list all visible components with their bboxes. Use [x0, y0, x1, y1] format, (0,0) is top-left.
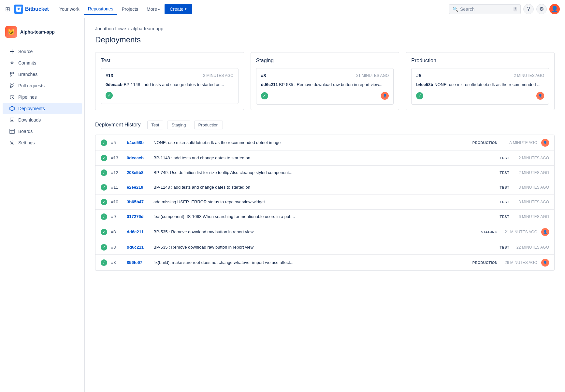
- nav-projects[interactable]: Projects: [118, 4, 142, 14]
- history-row-1-hash: 0deeacb: [127, 155, 150, 160]
- history-row-8-status: ✓: [101, 259, 107, 266]
- search-placeholder: Search: [460, 7, 512, 12]
- history-row-0-avatar: 👤: [541, 139, 549, 147]
- svg-point-10: [13, 84, 14, 85]
- history-row-7-status: ✓: [101, 244, 107, 251]
- sidebar-item-branches-label: Branches: [18, 72, 37, 77]
- history-row-5-num: #9: [111, 214, 123, 219]
- commits-icon: [9, 60, 15, 66]
- env-card-staging-avatar: 👤: [381, 92, 389, 100]
- sidebar-item-pull-requests[interactable]: Pull requests: [3, 80, 82, 91]
- env-card-test-title: Test: [101, 58, 239, 64]
- history-row-5[interactable]: ✓ #9 017276d feat(component): fS-1063 Wh…: [95, 210, 554, 224]
- env-card-staging-footer: ✓ 👤: [261, 92, 389, 100]
- history-row-4-env: TEST: [483, 200, 509, 204]
- env-card-staging: Staging #8 21 MINUTES AGO dd6c211 BP-535…: [251, 52, 399, 110]
- sidebar-item-branches[interactable]: Branches: [3, 69, 82, 80]
- history-row-6-status: ✓: [101, 229, 107, 235]
- create-button[interactable]: Create: [165, 4, 192, 14]
- environment-cards: Test #13 2 MINUTES AGO 0deeacb BP-1148 :…: [95, 52, 555, 110]
- svg-rect-1: [12, 49, 12, 54]
- history-row-8-num: #3: [111, 260, 123, 265]
- history-filter-test[interactable]: Test: [147, 121, 164, 129]
- settings-button[interactable]: ⚙: [536, 4, 547, 14]
- nav-more[interactable]: More: [143, 4, 164, 14]
- env-card-production-commit: b4ce58b NONE: use microsoft/dotnet:sdk a…: [416, 81, 544, 88]
- history-row-4-status: ✓: [101, 199, 107, 205]
- sidebar-item-deployments[interactable]: Deployments: [3, 103, 82, 114]
- main-content: Jonathon Lowe / alpha-team-app Deploymen…: [85, 18, 565, 392]
- history-row-7-message: BP-535 : Remove download raw button in r…: [153, 245, 479, 250]
- sidebar-item-downloads[interactable]: Downloads: [3, 114, 82, 125]
- svg-point-6: [10, 75, 11, 76]
- sidebar: 🐱 Alpha-team-app Source Commits Branches: [0, 18, 85, 392]
- env-card-production-num: #5: [416, 73, 421, 78]
- sidebar-item-boards[interactable]: Boards: [3, 126, 82, 137]
- env-card-test-header: #13 2 MINUTES AGO: [106, 73, 234, 78]
- user-avatar[interactable]: 👤: [549, 4, 560, 14]
- deployments-icon: [9, 106, 15, 111]
- history-row-4[interactable]: ✓ #10 3b65b47 add missing USER_ERROR sta…: [95, 195, 554, 210]
- history-row-0[interactable]: ✓ #5 b4ce58b NONE: use microsoft/dotnet:…: [95, 135, 554, 151]
- sidebar-item-source-label: Source: [18, 49, 33, 54]
- bitbucket-logo-icon: [14, 5, 23, 14]
- sidebar-item-source[interactable]: Source: [3, 46, 82, 57]
- history-row-1-message: BP-1148 : add tests and change dates to …: [153, 155, 479, 160]
- history-row-6[interactable]: ✓ #8 dd6c211 BP-535 : Remove download ra…: [95, 224, 554, 240]
- svg-point-2: [11, 62, 13, 64]
- env-card-staging-commit: dd6c211 BP-535 : Remove download raw but…: [261, 81, 389, 88]
- history-row-4-time: 3 MINUTES AGO: [513, 200, 549, 204]
- history-row-3-env: TEST: [483, 185, 509, 189]
- branches-icon: [9, 71, 15, 77]
- env-card-staging-time: 21 MINUTES AGO: [356, 73, 389, 78]
- history-filter-production[interactable]: Production: [194, 121, 223, 129]
- history-row-5-hash: 017276d: [127, 214, 150, 219]
- grid-icon[interactable]: ⊞: [5, 6, 10, 13]
- history-row-2[interactable]: ✓ #12 208e5b8 BP-749: Use definition lis…: [95, 166, 554, 180]
- history-row-7-num: #8: [111, 245, 123, 250]
- breadcrumb-separator: /: [128, 26, 129, 31]
- env-card-test-commit: 0deeacb BP-1148 : add tests and change d…: [106, 81, 234, 88]
- history-row-7[interactable]: ✓ #8 dd6c211 BP-535 : Remove download ra…: [95, 240, 554, 255]
- sidebar-item-pull-requests-label: Pull requests: [18, 83, 45, 88]
- env-card-production-status-icon: ✓: [416, 92, 423, 99]
- source-icon: [9, 49, 15, 54]
- repo-icon: 🐱: [5, 26, 17, 38]
- search-bar[interactable]: 🔍 Search /: [449, 4, 521, 14]
- sidebar-item-pipelines[interactable]: Pipelines: [3, 92, 82, 103]
- sidebar-item-commits[interactable]: Commits: [3, 57, 82, 68]
- history-row-0-hash: b4ce58b: [127, 140, 150, 145]
- history-row-5-env: TEST: [483, 215, 509, 219]
- search-icon: 🔍: [453, 7, 458, 12]
- history-row-3-status: ✓: [101, 184, 107, 191]
- logo[interactable]: Bitbucket: [14, 5, 49, 14]
- help-button[interactable]: ?: [523, 4, 534, 14]
- topnav-right: 🔍 Search / ? ⚙ 👤: [449, 4, 560, 14]
- history-row-8-message: fix(build): make sure root does not chan…: [153, 260, 468, 265]
- app-layout: 🐱 Alpha-team-app Source Commits Branches: [0, 18, 565, 392]
- svg-point-14: [11, 142, 13, 144]
- breadcrumb-user[interactable]: Jonathon Lowe: [95, 26, 126, 31]
- sidebar-repo-header: 🐱 Alpha-team-app: [0, 23, 84, 43]
- breadcrumb-repo[interactable]: alpha-team-app: [131, 26, 163, 31]
- history-row-2-status: ✓: [101, 169, 107, 176]
- nav-your-work[interactable]: Your work: [55, 4, 83, 14]
- env-card-staging-title: Staging: [256, 58, 394, 64]
- history-row-0-status: ✓: [101, 139, 107, 146]
- env-card-production-avatar: 👤: [536, 92, 544, 100]
- sidebar-item-settings[interactable]: Settings: [3, 137, 82, 148]
- downloads-icon: [9, 117, 15, 123]
- sidebar-item-pipelines-label: Pipelines: [18, 94, 37, 100]
- history-row-6-avatar: 👤: [541, 228, 549, 236]
- history-row-7-time: 22 MINUTES AGO: [513, 245, 549, 250]
- history-row-1-num: #13: [111, 155, 123, 160]
- history-row-8[interactable]: ✓ #3 856fe67 fix(build): make sure root …: [95, 255, 554, 270]
- history-row-1[interactable]: ✓ #13 0deeacb BP-1148 : add tests and ch…: [95, 151, 554, 166]
- history-filter-staging[interactable]: Staging: [167, 121, 190, 129]
- sidebar-item-deployments-label: Deployments: [18, 106, 45, 111]
- nav-repositories[interactable]: Repositories: [84, 4, 117, 15]
- history-row-4-hash: 3b65b47: [127, 199, 150, 204]
- history-row-3[interactable]: ✓ #11 e2ee219 BP-1148 : add tests and ch…: [95, 180, 554, 195]
- history-row-6-time: 21 MINUTES AGO: [501, 230, 537, 234]
- history-row-1-status: ✓: [101, 155, 107, 161]
